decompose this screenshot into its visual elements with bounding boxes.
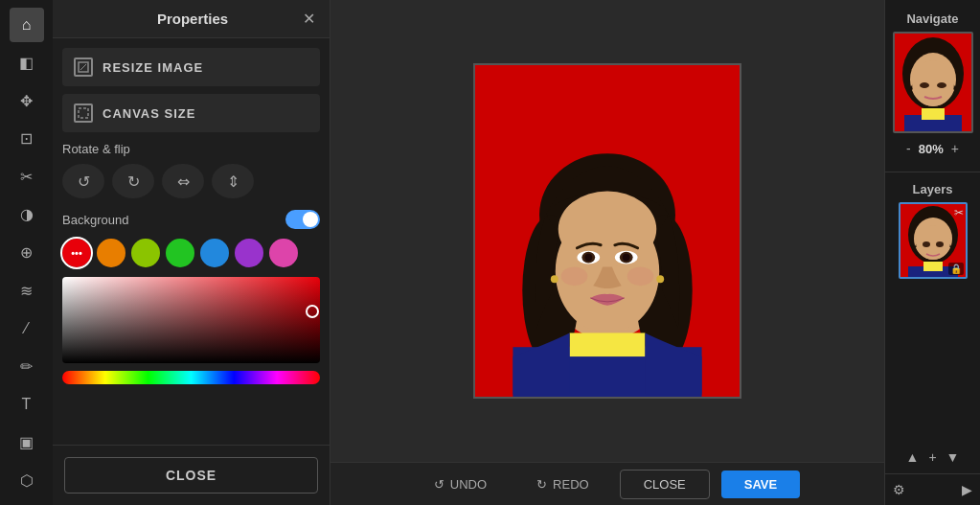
- svg-point-11: [558, 192, 657, 267]
- bottom-toolbar: ↺ UNDO ↻ REDO CLOSE SAVE: [330, 462, 884, 505]
- layer-up-button[interactable]: ▲: [903, 447, 923, 468]
- zoom-in-button[interactable]: +: [947, 139, 963, 158]
- canvas-size-button[interactable]: CANVAS SIZE: [62, 94, 320, 132]
- resize-image-icon: [74, 57, 93, 77]
- canvas-size-label: CANVAS SIZE: [103, 106, 195, 121]
- background-toggle[interactable]: [285, 210, 320, 229]
- svg-rect-39: [923, 262, 943, 271]
- properties-close-icon[interactable]: ✕: [303, 10, 315, 28]
- move-button[interactable]: ✥: [10, 83, 44, 118]
- flip-horizontal-button[interactable]: ⇔: [162, 164, 204, 198]
- layers-section: Layers ✂ 🔒 ▲ + ▼: [885, 172, 980, 473]
- hue-slider[interactable]: [62, 371, 320, 384]
- navigate-thumbnail[interactable]: [893, 32, 973, 133]
- svg-point-37: [936, 241, 944, 247]
- wave-button[interactable]: ≋: [10, 273, 44, 308]
- color-swatch-red-active[interactable]: •••: [62, 239, 91, 267]
- zoom-out-button[interactable]: -: [902, 139, 915, 158]
- canvas-image[interactable]: [473, 63, 741, 399]
- text-button[interactable]: T: [10, 387, 44, 422]
- svg-point-29: [937, 82, 946, 88]
- rotate-flip-row: ↺ ↻ ⇔ ⇕: [62, 164, 320, 198]
- svg-rect-31: [922, 108, 945, 120]
- color-swatch-purple[interactable]: [235, 239, 263, 267]
- right-panel: Navigate - 80% + Layers: [884, 0, 980, 505]
- right-footer: ⚙ ▶: [885, 473, 980, 505]
- color-swatches: •••: [62, 239, 320, 267]
- canvas-size-icon: [74, 103, 93, 123]
- redo-button[interactable]: ↻ REDO: [517, 470, 608, 499]
- rotate-right-button[interactable]: ↻: [112, 164, 154, 198]
- layer-scissors-icon: ✂: [954, 206, 964, 219]
- svg-point-14: [584, 254, 592, 262]
- color-swatch-pink[interactable]: [269, 239, 298, 267]
- save-button[interactable]: SAVE: [721, 471, 800, 498]
- svg-point-17: [623, 254, 630, 262]
- svg-point-28: [920, 82, 929, 88]
- svg-point-36: [923, 241, 930, 247]
- rotate-flip-label: Rotate & flip: [62, 142, 320, 156]
- navigate-section: Navigate - 80% +: [885, 0, 980, 172]
- export-button[interactable]: ⬡: [10, 463, 44, 497]
- pencil-button[interactable]: ✏: [10, 349, 44, 383]
- crop-button[interactable]: ⊡: [10, 122, 44, 156]
- home-button[interactable]: ⌂: [10, 8, 44, 42]
- canvas-container: [330, 0, 884, 462]
- flip-vertical-button[interactable]: ⇕: [212, 164, 254, 198]
- layer-lock-icon: 🔒: [948, 263, 964, 275]
- background-label: Background: [62, 213, 128, 227]
- navigate-title: Navigate: [893, 8, 972, 32]
- layer-add-button[interactable]: +: [925, 447, 939, 468]
- close-button[interactable]: CLOSE: [620, 470, 710, 499]
- properties-panel: Properties ✕ RESIZE IMAGE CANVAS SIZE Ro…: [53, 0, 330, 505]
- svg-point-35: [916, 225, 950, 260]
- color-picker-gradient[interactable]: [62, 277, 320, 363]
- rotate-left-button[interactable]: ↺: [62, 164, 104, 198]
- undo-button[interactable]: ↺ UNDO: [415, 470, 506, 499]
- toggle-knob: [303, 212, 318, 227]
- vignette-button[interactable]: ▣: [10, 425, 44, 460]
- layers-title: Layers: [891, 178, 974, 202]
- color-swatch-blue[interactable]: [200, 239, 229, 267]
- main-area: ↺ UNDO ↻ REDO CLOSE SAVE: [330, 0, 884, 505]
- color-picker-cursor: [306, 305, 319, 318]
- undo-label: UNDO: [450, 477, 487, 492]
- color-swatch-green[interactable]: [166, 239, 194, 267]
- svg-rect-2: [79, 108, 88, 118]
- layer-down-button[interactable]: ▼: [944, 447, 963, 468]
- properties-title: Properties: [82, 11, 303, 27]
- scissors-button[interactable]: ✂: [10, 159, 44, 194]
- resize-image-button[interactable]: RESIZE IMAGE: [62, 48, 320, 86]
- settings-icon: ⚙: [893, 482, 905, 497]
- resize-image-label: RESIZE IMAGE: [103, 60, 203, 75]
- color-swatch-yellow-green[interactable]: [131, 239, 160, 267]
- svg-rect-23: [570, 333, 646, 356]
- left-toolbar: ⌂ ◧ ✥ ⊡ ✂ ◑ ⊕ ≋ ∕ ✏ T ▣ ⬡: [0, 0, 53, 505]
- zoom-value: 80%: [919, 142, 944, 156]
- settings-button[interactable]: ⚙: [893, 482, 905, 497]
- layer-thumbnail[interactable]: ✂ 🔒: [899, 202, 968, 279]
- svg-point-18: [561, 266, 588, 286]
- layer-controls: ▲ + ▼: [891, 447, 974, 468]
- brush-button[interactable]: ∕: [10, 311, 44, 346]
- undo-icon: ↺: [434, 477, 444, 492]
- expand-icon: ▶: [962, 482, 972, 497]
- svg-point-19: [627, 266, 654, 286]
- background-row: Background: [62, 210, 320, 229]
- color-swatch-orange[interactable]: [97, 239, 125, 267]
- svg-point-20: [551, 275, 558, 283]
- redo-icon: ↻: [536, 477, 547, 492]
- adjust-button[interactable]: ◑: [10, 197, 44, 232]
- properties-header: Properties ✕: [53, 0, 330, 38]
- zoom-row: - 80% +: [893, 133, 972, 164]
- svg-line-1: [80, 64, 86, 70]
- redo-label: REDO: [553, 477, 589, 492]
- expand-button[interactable]: ▶: [962, 482, 972, 497]
- svg-point-21: [656, 275, 664, 283]
- properties-close-button[interactable]: CLOSE: [64, 457, 318, 494]
- filter-button[interactable]: ⊕: [10, 236, 44, 270]
- layer-button[interactable]: ◧: [10, 46, 44, 80]
- properties-content: RESIZE IMAGE CANVAS SIZE Rotate & flip ↺…: [53, 38, 330, 445]
- properties-close-bottom: CLOSE: [53, 445, 330, 505]
